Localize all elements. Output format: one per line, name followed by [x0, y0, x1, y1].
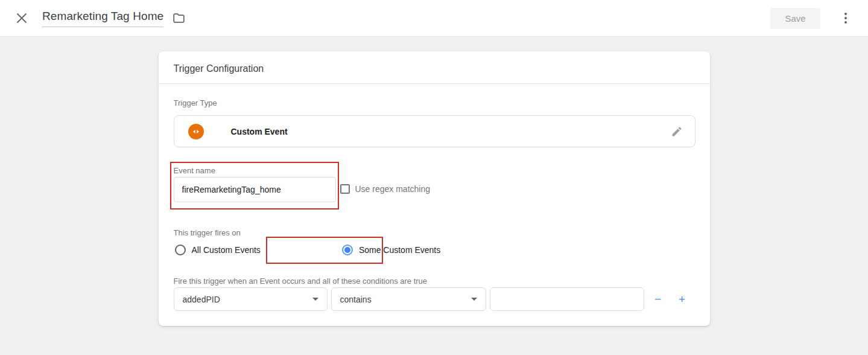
- overflow-menu-button[interactable]: [840, 10, 851, 26]
- condition-value-input[interactable]: [490, 287, 644, 311]
- condition-operator-value: contains: [340, 295, 471, 304]
- event-name-field: Event name: [174, 166, 336, 202]
- kebab-dot: [844, 13, 847, 15]
- regex-checkbox[interactable]: [340, 184, 350, 194]
- folder-icon: [173, 13, 185, 24]
- event-name-label: Event name: [174, 166, 336, 175]
- save-button[interactable]: Save: [770, 8, 820, 29]
- condition-variable-value: addedPID: [183, 295, 312, 304]
- add-condition-button[interactable]: +: [676, 290, 689, 309]
- trigger-title-field[interactable]: Remarketing Tag Home: [42, 10, 163, 27]
- trigger-type-row[interactable]: Custom Event: [174, 115, 695, 147]
- custom-event-icon: [188, 124, 204, 139]
- kebab-dot: [844, 21, 847, 24]
- radio-unselected-icon: [175, 245, 186, 255]
- pencil-icon: [671, 126, 683, 138]
- radio-some-custom-events[interactable]: Some Custom Events: [342, 245, 440, 255]
- condition-row: addedPID contains − +: [174, 287, 695, 311]
- card-title: Trigger Configuration: [174, 63, 264, 74]
- radio-all-custom-events[interactable]: All Custom Events: [175, 245, 261, 255]
- fires-on-radio-group: All Custom Events Some Custom Events: [174, 244, 695, 256]
- card-header: Trigger Configuration: [159, 51, 710, 84]
- trigger-configuration-card: Trigger Configuration Trigger Type Custo…: [159, 51, 710, 326]
- condition-operator-select[interactable]: contains: [331, 287, 486, 311]
- close-button[interactable]: [14, 11, 29, 25]
- topbar: Remarketing Tag Home Save: [0, 0, 868, 37]
- event-name-row: Event name Use regex matching: [174, 166, 695, 202]
- chevron-down-icon: [471, 298, 477, 301]
- radio-selected-icon: [342, 245, 353, 255]
- edit-trigger-type-button[interactable]: [670, 124, 684, 139]
- trigger-type-label: Trigger Type: [174, 98, 695, 108]
- radio-some-label: Some Custom Events: [359, 245, 440, 255]
- kebab-dot: [844, 17, 847, 19]
- card-body: Trigger Type Custom Event Eve: [159, 98, 710, 326]
- page-title: Remarketing Tag Home: [42, 10, 163, 22]
- trigger-type-value: Custom Event: [231, 127, 288, 136]
- condition-variable-select[interactable]: addedPID: [174, 287, 328, 311]
- folder-button[interactable]: [171, 11, 186, 25]
- remove-condition-button[interactable]: −: [651, 290, 665, 309]
- regex-checkbox-label: Use regex matching: [355, 184, 431, 194]
- regex-matching-option[interactable]: Use regex matching: [340, 184, 431, 194]
- chevron-down-icon: [312, 298, 318, 301]
- radio-all-label: All Custom Events: [192, 245, 261, 255]
- close-icon: [16, 13, 27, 24]
- conditions-label: Fire this trigger when an Event occurs a…: [174, 277, 695, 286]
- fires-on-label: This trigger fires on: [174, 228, 695, 237]
- event-name-input[interactable]: [174, 177, 336, 202]
